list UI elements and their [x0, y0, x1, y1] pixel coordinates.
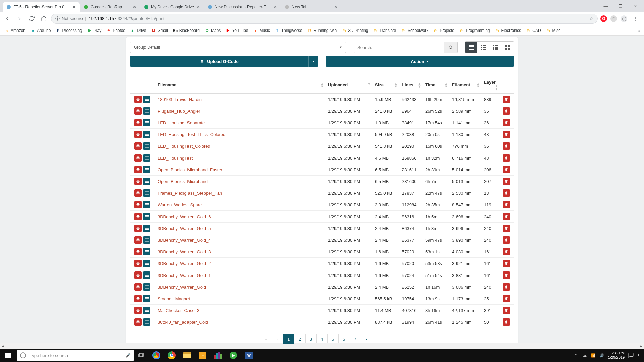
bookmark-item[interactable]: ∞Arduino: [30, 28, 51, 33]
tab-close-icon[interactable]: ✕: [333, 5, 338, 9]
row-menu-button[interactable]: [143, 166, 150, 173]
col-uploaded[interactable]: Uploaded▼: [326, 77, 373, 94]
row-menu-button[interactable]: [143, 142, 150, 150]
microphone-icon[interactable]: 🎤: [126, 353, 131, 358]
scroll-right-arrow[interactable]: ►: [638, 343, 644, 349]
filename-link[interactable]: 3DBenchy_Warren_Gold_2: [158, 261, 211, 266]
col-size[interactable]: Size▲▼: [373, 77, 400, 94]
page-number-button[interactable]: 1: [283, 334, 294, 344]
browser-tab[interactable]: New Tab✕: [281, 2, 341, 12]
window-maximize-button[interactable]: ❐: [616, 4, 625, 9]
bookmark-item[interactable]: ⬙Maps: [204, 28, 221, 33]
tray-volume-icon[interactable]: 🔊: [599, 353, 605, 358]
filename-link[interactable]: 3DBenchy_Warren_Gold_3: [158, 249, 211, 254]
print-button[interactable]: [134, 318, 142, 326]
col-lines[interactable]: Lines▲▼: [400, 77, 423, 94]
print-button[interactable]: [134, 225, 142, 232]
home-button[interactable]: [39, 14, 48, 23]
print-button[interactable]: [134, 166, 142, 173]
row-menu-button[interactable]: [143, 295, 150, 302]
taskbar-app-orange[interactable]: F: [195, 349, 210, 362]
print-button[interactable]: [134, 201, 142, 208]
scroll-left-arrow[interactable]: ◄: [0, 343, 6, 349]
browser-tab[interactable]: My Drive - Google Drive✕: [140, 2, 204, 12]
print-button[interactable]: [134, 272, 142, 279]
filename-link[interactable]: MailChecker_Case_3: [158, 308, 199, 313]
taskbar-search[interactable]: Type here to search 🎤: [17, 350, 134, 361]
browser-tab[interactable]: G-code - RepRap✕: [80, 2, 140, 12]
site-info-icon[interactable]: ⓘ Not secure |: [55, 16, 86, 22]
row-menu-button[interactable]: [143, 154, 150, 162]
filename-link[interactable]: Warren_Wades_Spare: [158, 202, 202, 207]
filename-link[interactable]: 30to40_fan_adapter_Cold: [158, 320, 208, 325]
search-button[interactable]: [444, 42, 458, 53]
task-view-button[interactable]: [134, 353, 148, 358]
row-menu-button[interactable]: [143, 272, 150, 279]
view-list-button[interactable]: [477, 42, 489, 53]
tray-overflow-icon[interactable]: ˄: [573, 353, 579, 358]
bookmark-item[interactable]: ✦Photos: [106, 28, 125, 33]
window-minimize-button[interactable]: —: [601, 4, 610, 9]
delete-button[interactable]: [503, 295, 510, 302]
print-button[interactable]: [134, 248, 142, 255]
action-dropdown-button[interactable]: Action: [326, 56, 514, 67]
col-layer[interactable]: Layer▲▼: [482, 77, 500, 94]
filename-link[interactable]: Frames_Plexiglass_Stepper_Fan: [158, 191, 222, 196]
row-menu-button[interactable]: [143, 248, 150, 255]
bookmark-item[interactable]: BbBlackboard: [173, 28, 200, 33]
row-menu-button[interactable]: [143, 96, 150, 103]
print-button[interactable]: [134, 96, 142, 103]
filename-link[interactable]: Open_Bionics_Microhand: [158, 179, 208, 184]
filename-link[interactable]: 180103_Travis_Nardin: [158, 97, 202, 102]
bookmark-item[interactable]: TThingiverse: [275, 28, 302, 33]
delete-button[interactable]: [503, 178, 510, 185]
delete-button[interactable]: [503, 213, 510, 220]
tab-close-icon[interactable]: ✕: [132, 5, 137, 9]
delete-button[interactable]: [503, 307, 510, 314]
delete-button[interactable]: [503, 119, 510, 126]
filename-link[interactable]: 3DBenchy_Warren_Gold_5: [158, 226, 211, 231]
taskbar-app-word[interactable]: W: [241, 349, 256, 362]
taskbar-app-bars[interactable]: [211, 349, 225, 362]
back-button[interactable]: [3, 14, 12, 23]
bookmark-item[interactable]: 🗀Translate: [373, 28, 396, 33]
row-menu-button[interactable]: [143, 318, 150, 326]
print-button[interactable]: [134, 236, 142, 244]
tab-close-icon[interactable]: ✕: [273, 5, 278, 9]
tray-wifi-icon[interactable]: 📶: [591, 353, 596, 358]
print-button[interactable]: [134, 154, 142, 162]
taskbar-app-chrome[interactable]: [164, 349, 179, 362]
print-button[interactable]: [134, 260, 142, 267]
bookmark-star-icon[interactable]: ☆: [589, 16, 593, 21]
taskbar-app-chrome-beta[interactable]: [149, 349, 164, 362]
filename-link[interactable]: LED_HousingTest_Colored: [158, 144, 210, 149]
bookmark-item[interactable]: 🗀Programming: [459, 28, 490, 33]
extension-icon[interactable]: ⬚: [610, 15, 617, 22]
print-button[interactable]: [134, 189, 142, 197]
print-button[interactable]: [134, 307, 142, 314]
new-tab-button[interactable]: +: [341, 3, 351, 10]
filename-link[interactable]: Plugable_Hub_Angler: [158, 109, 200, 114]
address-bar[interactable]: ⓘ Not secure | 192.168.1.157:3344/#!/pri…: [51, 14, 598, 24]
row-menu-button[interactable]: [143, 225, 150, 232]
row-menu-button[interactable]: [143, 119, 150, 126]
tab-close-icon[interactable]: ✕: [72, 5, 76, 9]
row-menu-button[interactable]: [143, 131, 150, 138]
group-select[interactable]: Group: Default: [130, 42, 346, 53]
print-button[interactable]: [134, 142, 142, 150]
filename-link[interactable]: Scraper_Magnet: [158, 296, 190, 301]
print-button[interactable]: [134, 283, 142, 291]
col-filename[interactable]: Filename▲▼: [156, 77, 326, 94]
row-menu-button[interactable]: [143, 236, 150, 244]
bookmark-item[interactable]: aAmazon: [4, 28, 25, 33]
search-input[interactable]: [354, 42, 444, 53]
upload-gcode-button[interactable]: Upload G-Code: [130, 56, 308, 67]
view-tiles-button[interactable]: [501, 42, 514, 53]
tab-close-icon[interactable]: ✕: [196, 5, 201, 9]
filename-link[interactable]: LED_Housing_Separate: [158, 120, 205, 125]
delete-button[interactable]: [503, 283, 510, 291]
bookmark-item[interactable]: 🗀Electronics: [495, 28, 521, 33]
browser-tab[interactable]: FT-5 - Repetier-Server Pro 0.90.7✕: [3, 2, 80, 12]
view-grid-button[interactable]: [489, 42, 501, 53]
browser-tab[interactable]: New Discussion - Repetier-Forum✕: [204, 2, 281, 12]
